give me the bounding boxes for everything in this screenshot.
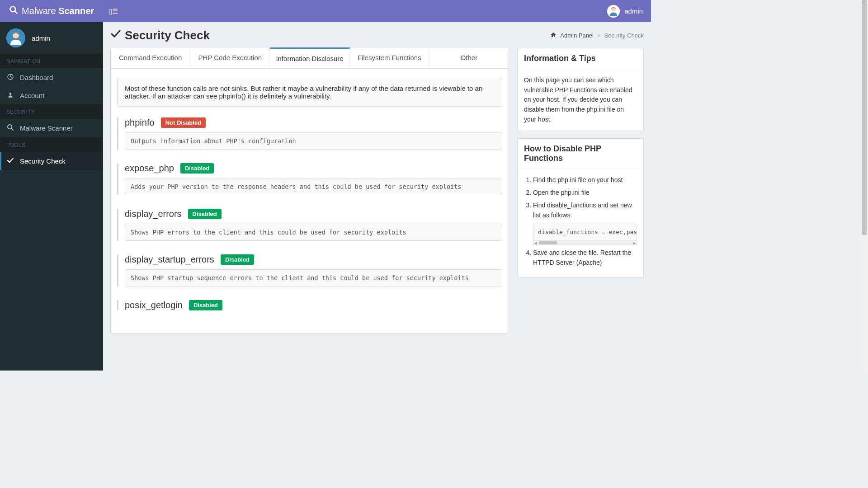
svg-point-8 (8, 125, 12, 129)
status-badge: Not Disabled (161, 117, 206, 128)
function-name: posix_getlogin (125, 300, 183, 310)
function-desc: Adds your PHP version to the response he… (125, 178, 502, 195)
brand-text-1: Malware (22, 6, 56, 16)
content: Security Check Admin Panel > Security Ch… (103, 22, 651, 371)
sidebar-section-header: SECURITY (0, 104, 103, 119)
function-name: expose_php (125, 163, 174, 174)
topbar-user-menu[interactable]: admin (599, 5, 651, 18)
check-icon (110, 28, 121, 42)
tab-intro: Most of these function calls are not sin… (117, 78, 502, 107)
svg-line-9 (11, 128, 14, 131)
brand-logo[interactable]: Malware Scanner (0, 0, 103, 22)
breadcrumb-current: Security Check (604, 32, 644, 39)
tab-content: Most of these function calls are not sin… (111, 69, 509, 333)
sidebar-user-panel: admin (0, 22, 103, 54)
info-tips-box: Information & Tips On this page you can … (517, 48, 644, 131)
howto-box: How to Disable PHP Functions Find the ph… (517, 138, 644, 277)
page-title: Security Check (110, 28, 210, 42)
tab-other[interactable]: Other (429, 48, 509, 68)
svg-line-5 (15, 11, 18, 14)
svg-point-7 (9, 93, 12, 95)
breadcrumb: Admin Panel > Security Check (550, 32, 644, 39)
sidebar-section-header: NAVIGATION (0, 54, 103, 68)
function-name: display_startup_errors (125, 254, 214, 265)
breadcrumb-sep: > (597, 32, 601, 39)
topbar-user-name: admin (624, 7, 643, 15)
svg-point-4 (10, 7, 16, 12)
function-name: display_errors (125, 209, 182, 219)
topbar: Malware Scanner ▯☰ admin (0, 0, 651, 22)
function-desc: Outputs information about PHP's configur… (125, 132, 502, 150)
sidebar-item-label: Malware Scanner (20, 124, 73, 132)
sidebar-item-security-check[interactable]: Security Check (0, 152, 103, 170)
howto-steps-list: Find the php.ini file on your hostOpen t… (524, 175, 637, 267)
howto-step: Find disable_functions and set new list … (533, 201, 637, 246)
function-desc: Shows PHP errors to the client and this … (125, 224, 502, 241)
function-item: display_errorsDisabledShows PHP errors t… (117, 209, 502, 241)
avatar (607, 5, 620, 18)
scrollbar-thumb[interactable] (862, 0, 867, 235)
status-badge: Disabled (221, 254, 254, 265)
status-badge: Disabled (188, 209, 222, 219)
sidebar-item-malware-scanner[interactable]: Malware Scanner (0, 119, 103, 137)
sidebar-item-label: Dashboard (20, 74, 53, 81)
function-item: posix_getloginDisabled (117, 300, 502, 310)
info-tips-text: On this page you can see which vulnerabl… (518, 69, 643, 131)
sidebar: admin NAVIGATIONDashboardAccountSECURITY… (0, 22, 103, 371)
function-name: phpinfo (125, 117, 155, 128)
howto-step: Save and close the file. Restart the HTT… (533, 248, 637, 267)
home-icon (550, 32, 557, 39)
tab-php-code-execution[interactable]: PHP Code Execution (190, 48, 270, 68)
howto-step: Open the php.ini file (533, 188, 637, 198)
search-icon (6, 124, 14, 132)
sidebar-item-label: Security Check (20, 157, 66, 165)
function-item: phpinfoNot DisabledOutputs information a… (117, 117, 502, 150)
user-icon (6, 92, 14, 99)
info-tips-title: Information & Tips (524, 54, 637, 63)
tab-command-execution[interactable]: Command Execution (111, 48, 190, 68)
sidebar-toggle[interactable]: ▯☰ (103, 7, 123, 15)
scrollbar-thumb[interactable] (539, 241, 557, 244)
sidebar-user-name: admin (32, 34, 50, 42)
sidebar-item-label: Account (20, 92, 44, 99)
function-item: display_startup_errorsDisabledShows PHP … (117, 254, 502, 286)
code-snippet: disable_functions = exec,passthru,shell_… (533, 224, 637, 241)
dashboard-icon (6, 73, 14, 82)
function-desc: Shows PHP startup sequence errors to the… (125, 269, 502, 286)
sidebar-item-account[interactable]: Account (0, 87, 103, 104)
bars-icon: ▯☰ (108, 7, 118, 15)
breadcrumb-home[interactable]: Admin Panel (560, 32, 594, 39)
status-badge: Disabled (180, 163, 214, 174)
page-scrollbar[interactable]: ▲ (861, 0, 868, 371)
brand-text-2: Scanner (58, 6, 94, 16)
function-item: expose_phpDisabledAdds your PHP version … (117, 163, 502, 195)
search-icon (9, 5, 18, 17)
howto-title: How to Disable PHP Functions (524, 144, 637, 163)
tabs: Command ExecutionPHP Code ExecutionInfor… (111, 48, 509, 69)
tab-information-disclosure[interactable]: Information Disclosure (270, 47, 349, 68)
sidebar-item-dashboard[interactable]: Dashboard (0, 68, 103, 87)
avatar (6, 28, 25, 47)
sidebar-section-header: TOOLS (0, 137, 103, 152)
tab-filesystem-functions[interactable]: Filesystem Functions (350, 48, 429, 68)
code-scrollbar[interactable] (533, 241, 637, 245)
status-badge: Disabled (189, 300, 222, 310)
howto-step: Find the php.ini file on your host (533, 175, 637, 185)
check-icon (6, 157, 14, 165)
